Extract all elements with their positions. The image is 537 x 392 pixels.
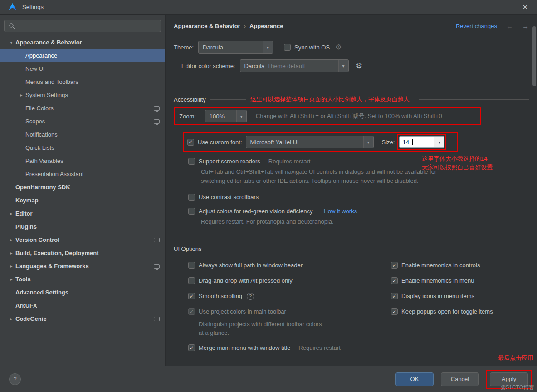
sidebar-item-path-variables[interactable]: Path Variables <box>0 154 165 167</box>
sidebar-item-label: Languages & Frameworks <box>15 263 89 270</box>
back-arrow-icon[interactable]: ← <box>506 22 513 30</box>
checkbox-enable-mnemonics-in-controls[interactable]: Enable mnemonics in controls <box>391 260 529 270</box>
sidebar-item-codegenie[interactable]: ▸CodeGenie <box>0 312 165 325</box>
sidebar-item-label: Quick Lists <box>25 144 54 151</box>
sidebar-item-label: CodeGenie <box>15 315 47 322</box>
divider <box>206 249 529 249</box>
forward-arrow-icon[interactable]: → <box>522 22 529 30</box>
font-size-text: 14 <box>402 139 409 146</box>
breadcrumb: Appearance & Behavior › Appearance Rever… <box>174 21 529 31</box>
sidebar-item-label: System Settings <box>25 92 68 98</box>
checkbox-always-show-full-path-in-window-header[interactable]: Always show full path in window header <box>188 260 391 270</box>
cancel-button[interactable]: Cancel <box>441 372 479 386</box>
chevron-right-icon[interactable]: ▸ <box>7 211 15 216</box>
chevron-right-icon[interactable]: ▸ <box>7 237 15 242</box>
checkbox-drag-and-drop-with-alt-pressed-only[interactable]: Drag-and-drop with Alt pressed only <box>188 276 391 285</box>
breadcrumb-parent[interactable]: Appearance & Behavior <box>174 23 240 29</box>
theme-select[interactable]: Darcula ▾ <box>198 41 273 54</box>
sidebar-item-tools[interactable]: ▸Tools <box>0 273 165 286</box>
monitor-icon <box>154 238 160 242</box>
chevron-down-icon: ▾ <box>263 41 273 53</box>
custom-font-annotation-box: Use custom font: Microsoft YaHei UI ▾ Si… <box>183 132 458 152</box>
scrollbar-thumb[interactable] <box>532 26 536 86</box>
how-it-works-link[interactable]: How it works <box>323 208 357 215</box>
sidebar-item-appearance[interactable]: Appearance <box>0 49 165 62</box>
sidebar-item-openharmony-sdk[interactable]: OpenHarmony SDK <box>0 181 165 194</box>
scheme-select[interactable]: Darcula Theme default ▾ <box>240 59 349 72</box>
checkbox-display-icons-in-menu-items[interactable]: Display icons in menu items <box>391 291 529 301</box>
font-size-input[interactable]: 14 ▾ <box>399 136 444 148</box>
scheme-gear-icon[interactable]: ⚙ <box>356 62 362 69</box>
ok-button[interactable]: OK <box>395 372 434 386</box>
sidebar-item-label: Appearance & Behavior <box>15 39 82 46</box>
checkbox-checked-icon <box>391 308 398 315</box>
sidebar-item-label: Presentation Assistant <box>25 171 84 177</box>
sync-with-os-checkbox[interactable]: Sync with OS <box>284 44 330 51</box>
sidebar-item-arkui-x[interactable]: ArkUI-X <box>0 299 165 312</box>
chevron-right-icon[interactable]: ▸ <box>17 93 25 98</box>
checkbox-label: Use project colors in main toolbar <box>199 308 286 315</box>
search-input[interactable] <box>4 20 161 32</box>
checkbox-use-project-colors-in-main-toolbar[interactable]: Use project colors in main toolbar <box>188 307 391 316</box>
checkbox-checked-icon <box>391 277 398 284</box>
sidebar-item-advanced-settings[interactable]: Advanced Settings <box>0 286 165 299</box>
apply-annotation: 最后点击应用 <box>498 354 533 362</box>
sidebar-item-languages-frameworks[interactable]: ▸Languages & Frameworks <box>0 260 165 273</box>
checkbox-unchecked-icon <box>188 158 195 165</box>
checkbox-keep-popups-open-for-toggle-items[interactable]: Keep popups open for toggle items <box>391 307 529 316</box>
help-button[interactable]: ? <box>9 373 21 385</box>
checkbox-enable-mnemonics-in-menu[interactable]: Enable mnemonics in menu <box>391 276 529 285</box>
sidebar-item-appearance-behavior[interactable]: ▾Appearance & Behavior <box>0 36 165 49</box>
checkbox-smooth-scrolling[interactable]: Smooth scrolling? <box>188 291 391 301</box>
help-icon[interactable]: ? <box>247 293 254 300</box>
chevron-right-icon[interactable]: ▸ <box>7 250 15 255</box>
checkbox-label: Always show full path in window header <box>199 262 303 269</box>
use-custom-font-checkbox[interactable]: Use custom font: <box>187 139 242 146</box>
adjust-colors-red-green-checkbox[interactable]: Adjust colors for red-green vision defic… <box>188 208 529 215</box>
sidebar-item-label: Path Variables <box>25 157 63 164</box>
sidebar-item-menus-and-toolbars[interactable]: Menus and Toolbars <box>0 75 165 88</box>
checkbox-unchecked-icon <box>284 44 291 51</box>
checkbox-label: Smooth scrolling <box>199 293 242 299</box>
sidebar-item-quick-lists[interactable]: Quick Lists <box>0 141 165 154</box>
chevron-right-icon[interactable]: ▸ <box>7 277 15 282</box>
sidebar-item-notifications[interactable]: Notifications <box>0 128 165 141</box>
checkbox-unchecked-icon <box>188 194 195 201</box>
theme-label: Theme: <box>174 44 194 51</box>
breadcrumb-current: Appearance <box>249 23 283 29</box>
scheme-value-suffix: Theme default <box>267 63 305 69</box>
sidebar-item-plugins[interactable]: Plugins <box>0 220 165 233</box>
use-contrast-scrollbars-checkbox[interactable]: Use contrast scrollbars <box>188 194 529 201</box>
chevron-right-icon[interactable]: ▸ <box>7 316 15 321</box>
chevron-down-icon[interactable]: ▾ <box>434 137 444 147</box>
sidebar-item-scopes[interactable]: Scopes <box>0 115 165 128</box>
sidebar-item-version-control[interactable]: ▸Version Control <box>0 233 165 246</box>
checkbox-unchecked-icon <box>188 277 195 284</box>
zoom-value: 100% <box>205 113 236 120</box>
checkbox-label: Display icons in menu items <box>401 293 474 299</box>
custom-font-select[interactable]: Microsoft YaHei UI ▾ <box>246 136 374 148</box>
sidebar-item-file-colors[interactable]: File Colors <box>0 102 165 115</box>
sidebar-item-new-ui[interactable]: New UI <box>0 62 165 75</box>
sidebar-item-build-execution-deployment[interactable]: ▸Build, Execution, Deployment <box>0 246 165 260</box>
checkbox-unchecked-icon <box>188 208 195 215</box>
chevron-down-icon: ▾ <box>338 60 348 72</box>
sidebar-item-label: Version Control <box>15 236 59 243</box>
revert-changes-link[interactable]: Revert changes <box>456 23 497 29</box>
sidebar-item-editor[interactable]: ▸Editor <box>0 207 165 220</box>
sidebar-item-label: ArkUI-X <box>15 302 37 309</box>
sidebar-item-system-settings[interactable]: ▸System Settings <box>0 88 165 102</box>
zoom-select[interactable]: 100% ▾ <box>205 110 247 122</box>
chevron-down-icon[interactable]: ▾ <box>7 40 15 45</box>
chevron-right-icon[interactable]: ▸ <box>7 264 15 269</box>
zoom-annotation-box: Zoom: 100% ▾ Change with Alt+Shift+= or … <box>174 107 481 125</box>
sidebar-item-presentation-assistant[interactable]: Presentation Assistant <box>0 167 165 181</box>
text-caret <box>412 139 413 145</box>
monitor-icon <box>154 119 160 124</box>
font-size-value[interactable]: 14 <box>400 139 434 146</box>
sidebar-item-keymap[interactable]: Keymap <box>0 194 165 207</box>
theme-row: Theme: Darcula ▾ Sync with OS ⚙ <box>174 41 529 54</box>
close-icon[interactable]: ✕ <box>518 2 532 12</box>
settings-tree: ▾Appearance & BehaviorAppearanceNew UIMe… <box>0 36 165 325</box>
checkbox-merge-main-menu-with-window-title[interactable]: Merge main menu with window titleRequire… <box>188 343 391 353</box>
